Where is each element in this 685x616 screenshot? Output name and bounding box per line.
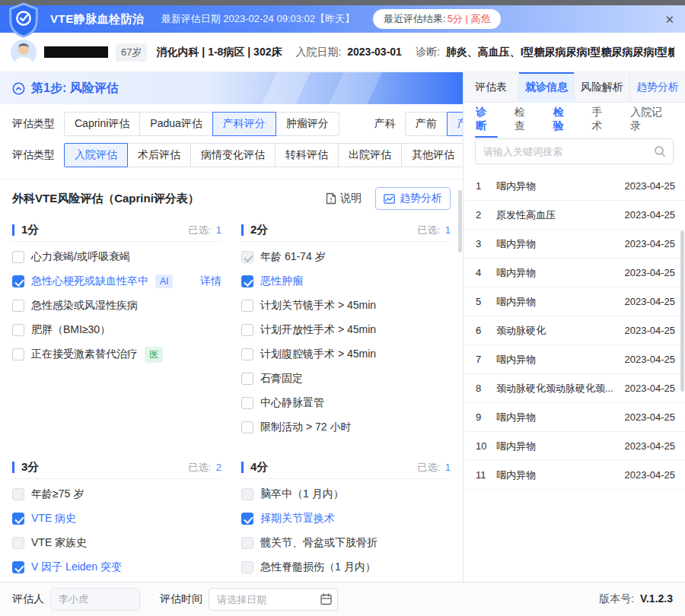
- detail-link[interactable]: 详情: [200, 275, 221, 288]
- obstetric-option[interactable]: 产前: [405, 112, 448, 136]
- diagnosis-label: 诊断:: [416, 46, 440, 58]
- right-panel-scrollbar[interactable]: [680, 230, 684, 392]
- list-item-name: 咽内异物: [496, 266, 625, 280]
- trend-analysis-button[interactable]: 趋势分析: [375, 187, 451, 210]
- subtab-检验[interactable]: 检验: [553, 97, 575, 141]
- list-item[interactable]: 4咽内异物2023-04-25: [464, 259, 685, 287]
- step-collapse-icon[interactable]: [12, 82, 25, 95]
- risk-item-checkbox[interactable]: [12, 513, 24, 525]
- help-label: 说明: [340, 192, 362, 205]
- selected-count: 已选: 1: [418, 461, 451, 475]
- risk-item-checkbox[interactable]: [241, 300, 253, 312]
- section-items: 年龄≥75 岁VTE 病史VTE 家族史V 因子 Leiden 突变凝血酶原 2…: [12, 479, 221, 582]
- subtab-诊断[interactable]: 诊断: [475, 97, 498, 141]
- list-item-index: 9: [476, 411, 496, 423]
- timing-option[interactable]: 转科评估: [275, 143, 339, 167]
- section-accent-bar: [241, 224, 244, 236]
- risk-item-label: 计划腹腔镜手术 > 45min: [260, 348, 376, 361]
- list-item-date: 2023-04-25: [625, 411, 676, 423]
- risk-item-label: 肥胖（BMI≥30）: [31, 323, 110, 337]
- scale-option[interactable]: 肿瘤评分: [276, 112, 339, 136]
- list-item-name: 咽内异物: [496, 468, 625, 482]
- section-title: 2分: [250, 223, 418, 237]
- risk-item: V 因子 Leiden 突变: [12, 555, 221, 579]
- scale-option[interactable]: Padua评估: [139, 112, 212, 136]
- risk-item-label: 年龄 61-74 岁: [260, 250, 326, 264]
- timing-option[interactable]: 术后评估: [127, 143, 191, 167]
- timing-option[interactable]: 入院评估: [64, 143, 128, 167]
- list-item[interactable]: 5咽内异物2023-04-25: [464, 287, 685, 316]
- recent-result-label: 最近评估结果:: [384, 12, 446, 26]
- list-item[interactable]: 2原发性高血压2023-04-25: [464, 201, 685, 230]
- risk-item-checkbox[interactable]: [12, 251, 24, 263]
- list-item[interactable]: 6颈动脉硬化2023-04-25: [464, 316, 685, 345]
- help-button[interactable]: 说明: [326, 192, 362, 205]
- risk-item-label: 计划关节镜手术 > 45min: [260, 299, 376, 313]
- timing-option[interactable]: 其他评估: [401, 143, 463, 167]
- scale-option[interactable]: Caprini评估: [64, 112, 140, 136]
- assessor-input[interactable]: [50, 588, 140, 611]
- risk-item-checkbox[interactable]: [12, 561, 24, 573]
- risk-item-checkbox[interactable]: [12, 348, 24, 360]
- list-item[interactable]: 3咽内异物2023-04-25: [464, 230, 685, 259]
- calendar-icon[interactable]: [320, 593, 332, 605]
- search-input[interactable]: [475, 138, 674, 164]
- list-item[interactable]: 8颈动脉硬化颈动脉硬化颈...2023-04-25: [464, 374, 685, 403]
- timing-option[interactable]: 病情变化评估: [190, 143, 276, 167]
- risk-item-checkbox[interactable]: [241, 397, 253, 409]
- list-item-date: 2023-04-25: [625, 440, 676, 452]
- visit-info-subtabs: 诊断检查检验手术入院记录: [464, 103, 685, 135]
- eval-date-input[interactable]: [209, 588, 338, 611]
- list-item-date: 2023-04-25: [625, 354, 676, 365]
- list-item-date: 2023-04-25: [625, 296, 676, 307]
- section-title: 1分: [21, 223, 189, 237]
- subtab-入院记录[interactable]: 入院记录: [629, 97, 674, 141]
- risk-item-label: 限制活动 > 72 小时: [260, 421, 351, 434]
- section-accent-bar: [241, 462, 244, 473]
- risk-item-checkbox[interactable]: [241, 421, 253, 433]
- left-panel-scrollbar[interactable]: [458, 190, 462, 252]
- list-item[interactable]: 10咽内异物2023-04-25: [464, 432, 685, 461]
- risk-item-checkbox[interactable]: [241, 373, 253, 385]
- admission-date-value: 2023-03-01: [347, 46, 402, 58]
- subtab-检查[interactable]: 检查: [514, 97, 537, 141]
- list-item[interactable]: 1咽内异物2023-04-25: [464, 172, 685, 201]
- risk-item-checkbox[interactable]: [12, 300, 24, 312]
- risk-item-checkbox: [241, 561, 253, 573]
- risk-item-checkbox[interactable]: [241, 348, 253, 360]
- risk-item-checkbox[interactable]: [241, 275, 253, 287]
- list-item-index: 4: [476, 267, 496, 278]
- list-item[interactable]: 11咽内异物2023-04-25: [464, 461, 685, 490]
- list-item-name: 咽内异物: [496, 411, 625, 424]
- search-box: [475, 138, 674, 164]
- risk-item-checkbox[interactable]: [241, 324, 253, 336]
- score-section: 1分已选: 1心力衰竭/或呼吸衰竭急性心梗死或缺血性卒中AI详情急性感染或风湿性…: [12, 219, 221, 440]
- close-icon[interactable]: ✕: [664, 14, 674, 25]
- list-item[interactable]: 9咽内异物2023-04-25: [464, 403, 685, 432]
- scale-button-group: Caprini评估Padua评估产科评分肿瘤评分: [64, 112, 339, 136]
- risk-item-checkbox: [12, 488, 24, 500]
- risk-item-checkbox[interactable]: [241, 513, 253, 525]
- risk-item: 急性脊髓损伤（1 月内）: [241, 555, 451, 579]
- list-item-index: 3: [476, 238, 496, 249]
- risk-item: 计划关节镜手术 > 45min: [241, 294, 451, 318]
- risk-item-checkbox[interactable]: [12, 324, 24, 336]
- list-item[interactable]: 7咽内异物2023-04-25: [464, 345, 685, 374]
- vte-window: VTE静脉血栓防治 最新评估日期 2023-02-24 09:03:02【昨天】…: [0, 0, 685, 616]
- timing-option[interactable]: 出院评估: [338, 143, 402, 167]
- caprini-table-header: 外科VTE风险评估（Caprini评分表） 说明 趋势分析: [0, 179, 463, 217]
- risk-item-label: 心力衰竭/或呼吸衰竭: [31, 250, 130, 264]
- list-item-date: 2023-04-25: [625, 180, 676, 192]
- obstetric-option[interactable]: 产后: [447, 112, 463, 136]
- section-accent-bar: [12, 462, 14, 473]
- risk-item-checkbox[interactable]: [12, 275, 24, 287]
- app-title: VTE静脉血栓防治: [50, 12, 145, 27]
- risk-item-label: 急性感染或风湿性疾病: [31, 299, 138, 313]
- risk-item-label: VTE 家族史: [31, 536, 87, 550]
- risk-assessment-panel: 第1步: 风险评估 评估类型 Caprini评估Padua评估产科评分肿瘤评分 …: [0, 72, 463, 582]
- list-item-index: 10: [476, 440, 496, 452]
- scale-option[interactable]: 产科评分: [212, 112, 276, 136]
- search-icon[interactable]: [654, 145, 666, 157]
- subtab-手术[interactable]: 手术: [591, 97, 613, 141]
- list-item-index: 1: [476, 180, 496, 192]
